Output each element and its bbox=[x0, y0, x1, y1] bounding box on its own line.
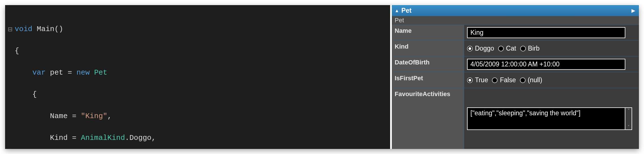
code-token: , bbox=[107, 112, 112, 120]
field-row-favourite: FavouriteActivities ˄ ˅ bbox=[392, 88, 639, 149]
field-row-name: Name bbox=[392, 25, 639, 41]
radio-isfirstpet-false[interactable]: False bbox=[492, 76, 516, 84]
radio-kind-cat[interactable]: Cat bbox=[498, 45, 516, 52]
field-label: FavouriteActivities bbox=[392, 88, 464, 149]
panel-subtitle: Pet bbox=[392, 16, 639, 25]
code-token: { bbox=[15, 90, 37, 99]
radio-isfirstpet-true[interactable]: True bbox=[467, 76, 488, 84]
radio-dot-icon bbox=[492, 77, 498, 83]
code-token bbox=[15, 68, 32, 77]
radio-label: Birb bbox=[528, 45, 540, 52]
textarea-scrollbar[interactable]: ˄ ˅ bbox=[625, 107, 632, 130]
field-row-kind: Kind Doggo Cat Birb bbox=[392, 41, 639, 57]
code-token: .Doggo, bbox=[125, 134, 156, 142]
expand-arrow-icon[interactable]: ▶ bbox=[632, 8, 635, 13]
field-label: IsFirstPet bbox=[392, 72, 464, 88]
code-token: Main() bbox=[32, 25, 63, 33]
code-token: "King" bbox=[81, 112, 107, 120]
code-token: void bbox=[15, 25, 32, 33]
code-token: new bbox=[76, 68, 90, 77]
code-editor[interactable]: ⊟void Main() { var pet = new Pet { Name … bbox=[5, 5, 390, 149]
panel-header[interactable]: ▲ Pet ▶ bbox=[392, 5, 639, 16]
dateofbirth-input[interactable] bbox=[467, 59, 625, 70]
radio-dot-icon bbox=[520, 77, 526, 83]
radio-dot-icon bbox=[498, 46, 504, 51]
code-token: AnimalKind bbox=[81, 134, 125, 142]
radio-label: False bbox=[500, 76, 516, 84]
radio-isfirstpet-null[interactable]: (null) bbox=[520, 76, 542, 84]
code-token: Pet bbox=[94, 68, 107, 77]
app-frame: ⊟void Main() { var pet = new Pet { Name … bbox=[5, 5, 639, 149]
name-input[interactable] bbox=[467, 27, 625, 38]
collapse-triangle-icon[interactable]: ▲ bbox=[395, 8, 399, 13]
fold-toggle-icon[interactable]: ⊟ bbox=[8, 24, 12, 34]
panel-title: Pet bbox=[401, 7, 412, 14]
scroll-up-icon[interactable]: ˄ bbox=[628, 109, 630, 112]
radio-kind-doggo[interactable]: Doggo bbox=[467, 45, 494, 52]
code-token: pet = bbox=[46, 68, 76, 77]
code-token: Kind = bbox=[15, 134, 81, 142]
radio-label: True bbox=[475, 76, 488, 84]
code-token: { bbox=[15, 47, 19, 55]
isfirstpet-radio-group: True False (null) bbox=[464, 72, 639, 88]
code-token: Name = bbox=[15, 112, 81, 120]
radio-dot-icon bbox=[467, 77, 473, 83]
radio-label: (null) bbox=[528, 76, 542, 84]
field-row-isfirstpet: IsFirstPet True False (null) bbox=[392, 72, 639, 88]
field-label: Kind bbox=[392, 41, 464, 56]
radio-label: Cat bbox=[506, 45, 516, 52]
radio-dot-icon bbox=[467, 46, 473, 51]
field-label: DateOfBirth bbox=[392, 57, 464, 72]
radio-dot-icon bbox=[520, 46, 526, 51]
code-token: var bbox=[32, 68, 46, 77]
code-token bbox=[90, 68, 94, 77]
inspector-panel: ▲ Pet ▶ Pet Name Kind Doggo Cat Birb Dat… bbox=[390, 5, 639, 149]
favouriteactivities-input[interactable] bbox=[467, 107, 625, 130]
radio-label: Doggo bbox=[475, 45, 494, 52]
scroll-down-icon[interactable]: ˅ bbox=[628, 125, 630, 129]
field-row-dob: DateOfBirth bbox=[392, 57, 639, 72]
kind-radio-group: Doggo Cat Birb bbox=[464, 41, 639, 56]
field-label: Name bbox=[392, 25, 464, 40]
radio-kind-birb[interactable]: Birb bbox=[520, 45, 540, 52]
